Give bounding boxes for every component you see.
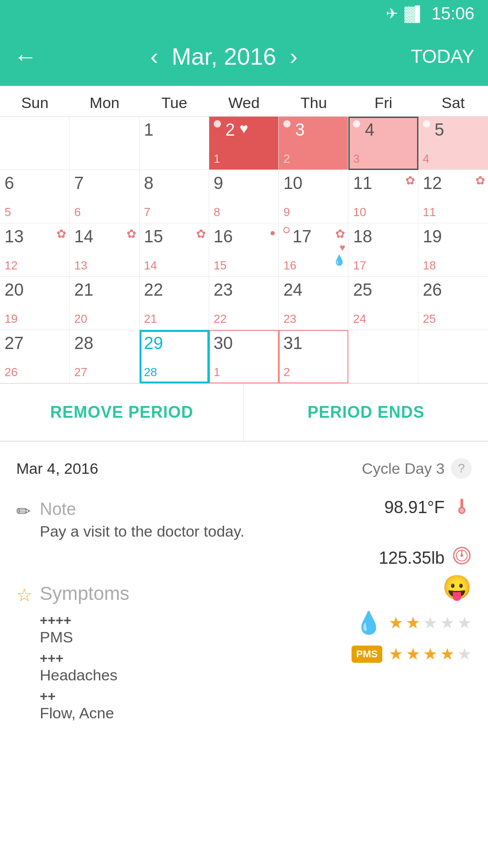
cal-cell-mar11[interactable]: 11 10 ✿ xyxy=(348,170,418,223)
cal-cell-mar15[interactable]: 15 14 ✿ xyxy=(140,223,209,277)
drop-icon: ● xyxy=(270,227,276,239)
day-header-sat: Sat xyxy=(418,86,488,116)
battery-icon: ▓▌ xyxy=(404,5,425,22)
cal-cell-mar21[interactable]: 21 20 xyxy=(70,277,139,330)
cal-cell-mar9[interactable]: 9 8 xyxy=(209,170,279,223)
cal-cell-mar6[interactable]: 6 5 xyxy=(0,170,70,223)
symptoms-star-icon: ☆ xyxy=(16,585,33,605)
symptom-flow-acne: ++ Flow, Acne xyxy=(40,687,129,722)
cal-cell-mar26[interactable]: 26 25 xyxy=(418,277,488,330)
day-header-wed: Wed xyxy=(209,86,279,116)
cal-cell-mar22[interactable]: 22 21 xyxy=(140,277,209,330)
remove-period-button[interactable]: REMOVE PERIOD xyxy=(0,384,244,441)
star-3: ★ xyxy=(423,645,437,664)
detail-cycle: Cycle Day 3 ? xyxy=(362,458,472,479)
period-dot xyxy=(214,120,221,127)
measurements: 98.91°F 125.35lb xyxy=(267,495,472,583)
cycle-day-label: Cycle Day 3 xyxy=(362,460,445,477)
cal-cell-empty xyxy=(0,117,70,170)
cal-cell-empty xyxy=(70,117,139,170)
airplane-icon: ✈ xyxy=(386,5,398,22)
status-icons: ✈ ▓▌ 15:06 xyxy=(386,4,474,24)
thermometer-icon xyxy=(452,495,472,519)
cal-cell-mar31[interactable]: 31 2 xyxy=(279,330,348,383)
detail-header: Mar 4, 2016 Cycle Day 3 ? xyxy=(16,458,472,479)
flower-icon: ✿ xyxy=(405,174,415,188)
day-header-thu: Thu xyxy=(279,86,348,116)
note-content: Note Pay a visit to the doctor today. xyxy=(40,500,244,540)
cal-cell-mar24[interactable]: 24 23 xyxy=(279,277,348,330)
cal-cell-mar29[interactable]: 29 28 xyxy=(140,330,209,383)
star-2: ★ xyxy=(406,613,420,632)
cal-cell-mar16[interactable]: 16 15 ● xyxy=(209,223,279,277)
day-header-fri: Fri xyxy=(348,86,418,116)
temperature-row: 98.91°F xyxy=(384,495,472,519)
star-3: ★ xyxy=(423,613,437,632)
header: ← ‹ Mar, 2016 › TODAY xyxy=(0,27,488,86)
cal-cell-mar14[interactable]: 14 13 ✿ xyxy=(70,223,139,277)
mood-emoji: 😛 xyxy=(442,574,472,601)
cal-cell-empty xyxy=(418,330,488,383)
cal-cell-mar10[interactable]: 10 9 xyxy=(279,170,348,223)
mood-rating: 😛 xyxy=(442,574,472,601)
symptoms-list: ++++ PMS +++ Headaches ++ Flow, Acne xyxy=(40,611,129,722)
cal-cell-mar7[interactable]: 7 6 xyxy=(70,170,139,223)
cal-cell-mar5[interactable]: 5 4 xyxy=(418,117,488,170)
symptoms-left: ☆ Symptoms ++++ PMS +++ Headaches + xyxy=(16,583,343,725)
today-button[interactable]: TODAY xyxy=(411,46,474,67)
scale-icon xyxy=(452,546,472,570)
cal-cell-mar1[interactable]: 1 xyxy=(140,117,209,170)
star-5: ★ xyxy=(457,645,472,664)
cal-cell-mar28[interactable]: 28 27 xyxy=(70,330,139,383)
cal-cell-mar12[interactable]: 12 11 ✿ xyxy=(418,170,488,223)
cal-cell-mar3[interactable]: 3 2 xyxy=(279,117,348,170)
cal-cell-mar30[interactable]: 30 1 xyxy=(209,330,279,383)
cal-cell-mar8[interactable]: 8 7 xyxy=(140,170,209,223)
period-dot xyxy=(353,120,360,127)
cal-cell-mar4[interactable]: 4 3 xyxy=(348,117,418,170)
flower-icon: ✿ xyxy=(56,227,66,241)
pms-stars: ★ ★ ★ ★ ★ xyxy=(389,645,472,664)
weight-row: 125.35lb xyxy=(379,546,472,570)
star-1: ★ xyxy=(389,613,403,632)
drop-icon: 💧 xyxy=(333,255,345,266)
day-header-tue: Tue xyxy=(140,86,209,116)
cycle-info-button[interactable]: ? xyxy=(451,458,472,479)
weight-value: 125.35lb xyxy=(379,548,445,568)
cal-cell-mar23[interactable]: 23 22 xyxy=(209,277,279,330)
ovulation-dot xyxy=(283,227,290,233)
day-headers: Sun Mon Tue Wed Thu Fri Sat xyxy=(0,86,488,117)
period-dot xyxy=(283,120,291,127)
cal-cell-mar2[interactable]: 2 ♥ 1 xyxy=(209,117,279,170)
cal-cell-mar20[interactable]: 20 19 xyxy=(0,277,70,330)
cal-cell-mar27[interactable]: 27 26 xyxy=(0,330,70,383)
star-4: ★ xyxy=(440,645,455,664)
flower-icon: ✿ xyxy=(127,227,136,241)
next-month-button[interactable]: › xyxy=(290,43,297,70)
prev-month-button[interactable]: ‹ xyxy=(150,43,158,70)
symptoms-content: Symptoms ++++ PMS +++ Headaches ++ Flow, xyxy=(40,583,129,725)
note-label: Note xyxy=(40,500,244,519)
edit-icon[interactable]: ✏ xyxy=(16,501,31,521)
cal-cell-mar19[interactable]: 19 18 xyxy=(418,223,488,277)
day-header-sun: Sun xyxy=(0,86,70,116)
cal-cell-mar18[interactable]: 18 17 xyxy=(348,223,418,277)
cal-cell-mar25[interactable]: 25 24 xyxy=(348,277,418,330)
cal-cell-mar17[interactable]: 17 16 ✿ ♥ 💧 xyxy=(279,223,348,277)
symptom-headaches: +++ Headaches xyxy=(40,649,129,684)
day-header-mon: Mon xyxy=(70,86,139,116)
temperature-value: 98.91°F xyxy=(384,498,445,517)
status-bar: ✈ ▓▌ 15:06 xyxy=(0,0,488,27)
star-2: ★ xyxy=(406,645,420,664)
symptom-pms: ++++ PMS xyxy=(40,611,129,646)
month-nav: ‹ Mar, 2016 › xyxy=(150,43,298,70)
note-text: Pay a visit to the doctor today. xyxy=(40,523,244,540)
symptoms-area: ☆ Symptoms ++++ PMS +++ Headaches + xyxy=(16,583,472,725)
cal-cell-mar13[interactable]: 13 12 ✿ xyxy=(0,223,70,277)
back-button[interactable]: ← xyxy=(14,43,37,70)
svg-point-6 xyxy=(460,554,463,557)
star-1: ★ xyxy=(389,645,403,664)
pms-badge: PMS xyxy=(352,646,382,663)
drop-rating-icon: 💧 xyxy=(355,610,382,636)
period-ends-button[interactable]: PERIOD ENDS xyxy=(244,384,488,441)
